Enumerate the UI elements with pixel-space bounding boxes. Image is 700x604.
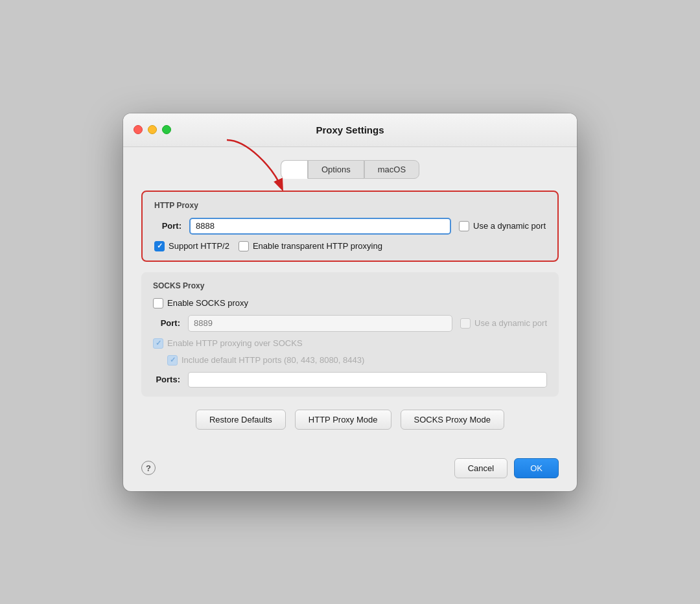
http-proxy-section: HTTP Proxy Port: Use a dynamic port Supp… (141, 191, 559, 262)
http-dynamic-port-checkbox[interactable] (459, 221, 469, 231)
minimize-button[interactable] (148, 125, 157, 134)
close-button[interactable] (134, 125, 143, 134)
socks-proxy-section: SOCKS Proxy Enable SOCKS proxy Port: Use… (141, 272, 559, 397)
tab-bar: Options macOS (141, 160, 559, 179)
transparent-proxy-checkbox[interactable] (239, 241, 249, 251)
ports-input[interactable] (188, 372, 547, 388)
footer-actions: Cancel OK (454, 458, 559, 478)
socks-port-input[interactable] (188, 315, 452, 332)
titlebar: Proxy Settings (123, 113, 577, 147)
http-dynamic-port-row: Use a dynamic port (459, 221, 546, 231)
http-over-socks-checkbox-row: Enable HTTP proxying over SOCKS (153, 338, 303, 349)
socks-dynamic-port-checkbox[interactable] (460, 318, 471, 329)
support-http2-label: Support HTTP/2 (169, 241, 229, 251)
socks-proxy-label: SOCKS Proxy (153, 281, 547, 290)
tab-options[interactable]: Options (308, 160, 364, 179)
http-dynamic-port-label: Use a dynamic port (473, 221, 546, 231)
restore-defaults-button[interactable]: Restore Defaults (196, 410, 286, 430)
maximize-button[interactable] (162, 125, 171, 134)
include-ports-checkbox-row: Include default HTTP ports (80, 443, 808… (167, 355, 364, 366)
include-ports-checkbox[interactable] (167, 355, 178, 366)
enable-socks-checkbox[interactable] (153, 298, 163, 308)
socks-port-row: Port: Use a dynamic port (153, 315, 547, 332)
support-http2-row: Support HTTP/2 (154, 241, 229, 251)
tab-macos[interactable]: macOS (364, 160, 419, 179)
http-proxy-label: HTTP Proxy (154, 201, 546, 210)
socks-port-label: Port: (153, 318, 180, 328)
include-ports-label: Include default HTTP ports (80, 443, 808… (181, 355, 364, 365)
http-over-socks-label: Enable HTTP proxying over SOCKS (167, 338, 303, 348)
http-over-socks-row: Enable HTTP proxying over SOCKS (153, 338, 547, 349)
socks-dynamic-port-label: Use a dynamic port (474, 318, 547, 328)
tab-proxy[interactable] (281, 160, 308, 179)
enable-socks-row: Enable SOCKS proxy (153, 298, 248, 308)
help-button[interactable]: ? (141, 461, 156, 475)
cancel-button[interactable]: Cancel (454, 458, 508, 478)
support-http2-checkbox[interactable] (154, 241, 165, 251)
bottom-buttons: Restore Defaults HTTP Proxy Mode SOCKS P… (141, 410, 559, 430)
http-over-socks-checkbox[interactable] (153, 338, 163, 349)
proxy-settings-window: Proxy Settings Options macOS HTTP Proxy … (123, 113, 577, 491)
ports-row: Ports: (153, 372, 547, 388)
http-port-row: Port: Use a dynamic port (154, 218, 546, 235)
socks-enable-row: Enable SOCKS proxy (153, 298, 547, 308)
window-title: Proxy Settings (316, 124, 384, 135)
http-checkboxes: Support HTTP/2 Enable transparent HTTP p… (154, 241, 382, 251)
http-proxy-mode-button[interactable]: HTTP Proxy Mode (295, 410, 391, 430)
transparent-proxy-label: Enable transparent HTTP proxying (253, 241, 382, 251)
http-port-input[interactable] (189, 218, 451, 235)
socks-dynamic-port-row: Use a dynamic port (460, 318, 547, 329)
http-port-label: Port: (154, 221, 181, 231)
footer: ? Cancel OK (123, 452, 577, 491)
include-ports-row: Include default HTTP ports (80, 443, 808… (153, 355, 547, 366)
enable-socks-label: Enable SOCKS proxy (167, 298, 248, 308)
socks-proxy-mode-button[interactable]: SOCKS Proxy Mode (401, 410, 505, 430)
transparent-proxy-row: Enable transparent HTTP proxying (239, 241, 382, 251)
ports-label: Ports: (153, 375, 180, 384)
main-content: Options macOS HTTP Proxy Port: Us (123, 147, 577, 452)
http-options-row: Support HTTP/2 Enable transparent HTTP p… (154, 241, 546, 251)
ok-button[interactable]: OK (514, 458, 559, 478)
traffic-lights (134, 125, 171, 134)
